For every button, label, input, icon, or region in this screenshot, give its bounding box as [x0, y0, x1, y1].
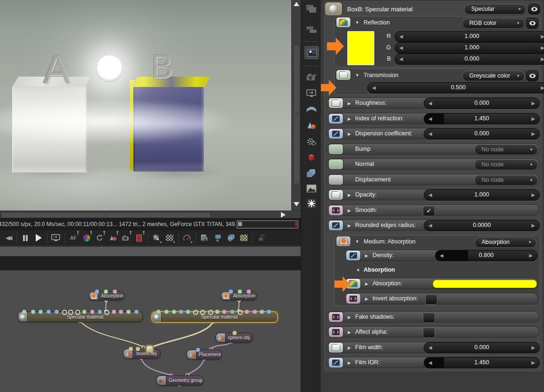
texture-icon[interactable]	[336, 17, 350, 27]
expand-caret-icon[interactable]: ▶	[348, 223, 351, 228]
reflection-r-slider[interactable]: ◀ 1.000 ▶	[395, 31, 544, 42]
increment-arrow-icon[interactable]: ▶	[531, 131, 535, 136]
lock-viewport-icon[interactable]	[256, 232, 267, 244]
bool-value-icon[interactable]	[329, 312, 343, 322]
node-placement[interactable]: Placement	[187, 350, 222, 360]
environment-icon[interactable]	[304, 103, 318, 116]
node-geometry-group[interactable]: Geometry group	[156, 376, 203, 385]
region-select-icon[interactable]: ▼	[164, 232, 175, 244]
node-pin[interactable]	[229, 290, 233, 294]
reflection-color-swatch[interactable]	[347, 31, 374, 65]
expand-caret-icon[interactable]: ▶	[348, 330, 351, 335]
node-pin[interactable]	[238, 290, 242, 294]
emission-starburst-icon[interactable]	[304, 197, 318, 210]
node-pin[interactable]	[136, 347, 140, 351]
horizontal-scroll-thumb[interactable]	[1, 212, 211, 218]
empty-texture-icon[interactable]	[329, 159, 343, 169]
node-sphere-obj[interactable]: sphere.obj	[216, 333, 252, 343]
refresh-icon[interactable]	[94, 232, 105, 244]
node-specular-material-b-selected[interactable]: Specular material	[151, 311, 278, 323]
texture-icon[interactable]	[329, 343, 343, 353]
medium-type-dropdown[interactable]: Absorption▼	[474, 237, 536, 248]
material-picker-icon[interactable]	[107, 232, 118, 244]
vertical-scrollbar[interactable]	[291, 0, 301, 211]
normal-node-dropdown[interactable]: No node▼	[474, 159, 538, 170]
node-pin[interactable]	[247, 290, 251, 294]
float-value-icon[interactable]	[329, 358, 343, 368]
increment-arrow-icon[interactable]: ▶	[541, 45, 544, 50]
material-type-dropdown[interactable]: Specular▼	[464, 4, 526, 15]
increment-arrow-icon[interactable]: ▶	[541, 56, 544, 62]
affect-alpha-checkbox[interactable]	[423, 328, 435, 338]
cascade-windows-icon[interactable]	[304, 3, 318, 15]
autofocus-icon[interactable]: AF	[68, 232, 79, 244]
increment-arrow-icon[interactable]: ▶	[529, 253, 533, 258]
reflection-type-dropdown[interactable]: RGB color▼	[462, 18, 525, 29]
texture-icon[interactable]	[329, 98, 343, 108]
float-value-icon[interactable]	[329, 129, 343, 139]
vertical-scroll-thumb[interactable]	[293, 45, 300, 184]
scroll-up-arrow[interactable]	[294, 2, 299, 6]
increment-arrow-icon[interactable]: ▶	[541, 34, 544, 39]
displacement-node-dropdown[interactable]: No node▼	[474, 175, 538, 186]
film-ior-slider[interactable]: ◀ 1.450 ▶	[424, 357, 540, 368]
copy-image-icon[interactable]	[199, 232, 210, 244]
opacity-slider[interactable]: ◀ 1.000 ▶	[424, 189, 540, 201]
node-pin[interactable]	[196, 348, 200, 352]
rounded-edges-slider[interactable]: ◀ 0.0000 ▶	[424, 220, 540, 231]
render-priority-gauge-icon[interactable]: ▼	[181, 232, 193, 244]
empty-node-icon[interactable]	[329, 175, 343, 185]
node-boxes-obj[interactable]: boxes.obj	[123, 349, 161, 359]
collapse-caret-icon[interactable]: ▼	[355, 20, 359, 25]
scroll-right-arrow[interactable]	[281, 212, 286, 218]
fake-shadows-checkbox[interactable]	[423, 313, 435, 323]
node-pin[interactable]	[233, 331, 237, 335]
expand-caret-icon[interactable]: ▶	[348, 101, 351, 106]
collapse-caret-icon[interactable]: ▼	[356, 268, 360, 273]
increment-arrow-icon[interactable]: ▶	[531, 101, 535, 106]
increment-arrow-icon[interactable]: ▶	[531, 223, 535, 228]
collapse-caret-icon[interactable]: ▼	[355, 73, 359, 78]
ior-slider[interactable]: ◀ 1.450 ▶	[424, 113, 540, 125]
visibility-toggle[interactable]	[528, 4, 540, 15]
expand-caret-icon[interactable]: ▶	[348, 345, 351, 350]
render-target-icon[interactable]	[304, 87, 318, 99]
medium-icon[interactable]	[336, 236, 350, 246]
texture-icon[interactable]	[336, 70, 350, 80]
node-pin[interactable]	[95, 290, 99, 294]
film-width-slider[interactable]: ◀ 0.000 ▶	[424, 342, 540, 353]
bump-node-dropdown[interactable]: No node▼	[474, 144, 538, 155]
camera-icon[interactable]	[304, 71, 318, 83]
expand-caret-icon[interactable]: ▶	[365, 253, 368, 258]
texture-icon[interactable]	[329, 190, 343, 200]
restart-render-button[interactable]: ◀◀	[2, 232, 14, 244]
white-balance-icon[interactable]	[81, 232, 92, 244]
expand-caret-icon[interactable]: ▶	[348, 208, 351, 213]
expand-caret-icon[interactable]: ▶	[348, 361, 351, 365]
density-slider[interactable]: ◀ 0.800 ▶	[435, 250, 537, 261]
fit-viewport-icon[interactable]	[50, 232, 62, 244]
increment-arrow-icon[interactable]: ▶	[531, 192, 535, 197]
expand-caret-icon[interactable]: ▶	[365, 282, 368, 286]
node-pin[interactable]	[113, 290, 117, 294]
texture-image-icon[interactable]	[304, 182, 318, 195]
horizontal-scrollbar[interactable]	[0, 211, 301, 219]
bool-value-icon[interactable]	[329, 205, 343, 215]
render-viewport-icon[interactable]	[304, 46, 319, 59]
focus-picker-icon[interactable]: ▼	[151, 232, 162, 244]
float-value-icon[interactable]	[329, 114, 343, 124]
play-render-button[interactable]	[33, 232, 44, 244]
visibility-toggle[interactable]	[526, 71, 538, 81]
node-pin[interactable]	[104, 290, 108, 294]
pause-render-button[interactable]	[20, 232, 31, 244]
render-region-icon[interactable]	[133, 232, 145, 244]
expand-caret-icon[interactable]: ▶	[348, 315, 351, 320]
geometry-icon[interactable]	[304, 119, 318, 132]
render-viewport[interactable]: A B	[0, 0, 291, 211]
increment-arrow-icon[interactable]: ▶	[531, 360, 535, 365]
expand-caret-icon[interactable]: ▶	[348, 132, 351, 136]
node-absorption-1[interactable]: Absorption	[89, 291, 124, 300]
node-graph-canvas[interactable]: Absorption Absorption Specular material	[0, 270, 301, 392]
float-value-icon[interactable]	[329, 220, 343, 230]
visibility-toggle[interactable]	[526, 18, 538, 29]
